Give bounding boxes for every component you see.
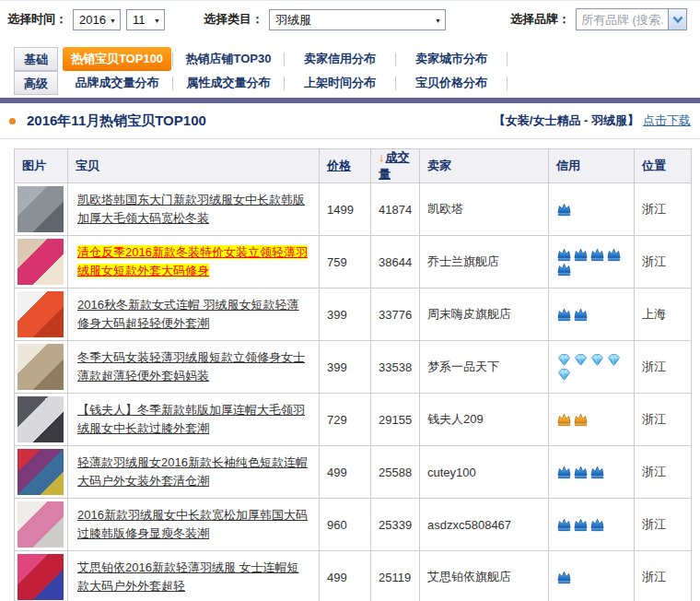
tab-seller-city-distribution[interactable]: 卖家城市分布 bbox=[396, 51, 507, 67]
product-thumbnail[interactable] bbox=[18, 344, 64, 390]
credit-cell bbox=[549, 446, 635, 499]
product-thumbnail[interactable] bbox=[18, 239, 64, 285]
price-cell: 499 bbox=[320, 446, 371, 499]
location-cell: 浙江 bbox=[635, 183, 692, 236]
product-thumbnail[interactable] bbox=[18, 186, 64, 232]
tab-brand-volume-distribution[interactable]: 品牌成交量分布 bbox=[62, 75, 172, 91]
table-row: 艾思铂依2016新款轻薄羽绒服 女士连帽短款大码户外外套超轻 499 25119… bbox=[15, 551, 692, 601]
table-row: 凯欧塔韩国东大门新款羽绒服女中长款韩版加厚大毛领大码宽松冬装 1499 4187… bbox=[15, 183, 692, 236]
credit-cell bbox=[549, 341, 635, 394]
product-title-link[interactable]: 冬季大码女装轻薄羽绒服短款立领修身女士薄款超薄轻便外套妈妈装 bbox=[77, 350, 305, 383]
filter-bar: 选择时间： 2016 ▼ 11 ▼ 选择类目： 羽绒服 ▼ 选择品牌： bbox=[0, 1, 700, 38]
sold-cell: 25339 bbox=[371, 499, 420, 551]
month-select[interactable]: 11 ▼ bbox=[126, 9, 165, 30]
month-select-value: 11 bbox=[133, 13, 146, 27]
page-title: 2016年11月热销宝贝TOP100 bbox=[27, 112, 206, 130]
time-filter-label: 选择时间： bbox=[7, 11, 67, 28]
blue-diamond-icon bbox=[556, 353, 572, 367]
col-seller-header: 卖家 bbox=[420, 149, 549, 183]
blue-crown-icon bbox=[606, 248, 622, 262]
tab-hot-items-top100[interactable]: 热销宝贝TOP100 bbox=[62, 47, 172, 71]
brand-filter-label: 选择品牌： bbox=[510, 11, 570, 28]
blue-diamond-icon bbox=[556, 368, 572, 382]
blue-crown-icon bbox=[556, 308, 572, 322]
tab-bar: 基础 热销宝贝TOP100 热销店铺TOP30 卖家信用分布 卖家城市分布 高级… bbox=[0, 47, 700, 95]
product-thumbnail[interactable] bbox=[18, 501, 64, 548]
category-select[interactable]: 羽绒服 ▼ bbox=[269, 9, 446, 30]
product-title-link[interactable]: 凯欧塔韩国东大门新款羽绒服女中长款韩版加厚大毛领大码宽松冬装 bbox=[77, 193, 305, 225]
brand-dropdown-button[interactable] bbox=[668, 8, 687, 30]
price-cell: 399 bbox=[320, 289, 371, 341]
sort-desc-icon: ↓ bbox=[379, 150, 385, 164]
blue-crown-icon bbox=[556, 263, 572, 277]
year-select[interactable]: 2016 ▼ bbox=[73, 9, 121, 30]
credit-cell bbox=[549, 551, 635, 601]
tab-row-basic: 基础 热销宝贝TOP100 热销店铺TOP30 卖家信用分布 卖家城市分布 bbox=[0, 47, 700, 71]
sold-cell: 29155 bbox=[371, 394, 420, 446]
blue-crown-icon bbox=[556, 518, 572, 532]
product-title-link[interactable]: 艾思铂依2016新款轻薄羽绒服 女士连帽短款大码户外外套超轻 bbox=[77, 560, 299, 593]
product-title-link[interactable]: 【钱夫人】冬季新款韩版加厚连帽大毛领羽绒服女中长款过膝外套潮 bbox=[77, 403, 305, 435]
location-cell: 浙江 bbox=[635, 394, 692, 446]
price-cell: 759 bbox=[320, 236, 371, 289]
category-breadcrumb: 【女装/女士精品 - 羽绒服】 bbox=[494, 112, 639, 129]
location-cell: 浙江 bbox=[635, 236, 692, 289]
tab-group-advanced-label: 高级 bbox=[14, 71, 58, 95]
blue-diamond-icon bbox=[573, 353, 589, 367]
credit-cell bbox=[549, 289, 635, 341]
product-thumbnail[interactable] bbox=[18, 396, 64, 442]
blue-crown-icon bbox=[556, 571, 572, 584]
product-title-link[interactable]: 轻薄款羽绒服女2016新款长袖纯色短款连帽大码户外女装外套清仓潮 bbox=[77, 455, 308, 488]
dropdown-arrow-icon: ▼ bbox=[154, 11, 160, 30]
section-head: 2016年11月热销宝贝TOP100 【女装/女士精品 - 羽绒服】 点击下载 bbox=[0, 103, 700, 139]
brand-combo bbox=[576, 8, 687, 30]
blue-crown-icon bbox=[556, 203, 572, 217]
blue-crown-icon bbox=[556, 465, 572, 479]
table-row: 轻薄款羽绒服女2016新款长袖纯色短款连帽大码户外女装外套清仓潮 499 255… bbox=[15, 446, 692, 499]
seller-cell: cutey100 bbox=[420, 446, 549, 499]
table-row: 冬季大码女装轻薄羽绒服短款立领修身女士薄款超薄轻便外套妈妈装 399 33538… bbox=[15, 341, 692, 394]
bullet-icon bbox=[9, 118, 16, 124]
tab-item-price-distribution[interactable]: 宝贝价格分布 bbox=[396, 75, 507, 91]
blue-crown-icon bbox=[589, 248, 605, 262]
table-header-row: 图片 宝贝 价格 ↓成交量 卖家 信用 位置 bbox=[15, 149, 692, 183]
sold-cell: 25119 bbox=[371, 551, 420, 601]
seller-cell: 凯欧塔 bbox=[420, 183, 549, 236]
blue-crown-icon bbox=[589, 518, 605, 532]
seller-cell: asdzxc5808467 bbox=[420, 499, 549, 551]
category-filter-label: 选择类目： bbox=[204, 11, 263, 28]
seller-cell: 艾思铂依旗舰店 bbox=[420, 551, 549, 601]
product-title-link[interactable]: 2016新款羽绒服女中长款宽松加厚韩国大码过膝韩版修身显瘦冬装潮 bbox=[77, 508, 308, 540]
tab-attribute-volume-distribution[interactable]: 属性成交量分布 bbox=[173, 75, 284, 91]
blue-crown-icon bbox=[573, 465, 589, 479]
sort-by-price-link[interactable]: 价格 bbox=[327, 159, 351, 172]
price-cell: 499 bbox=[320, 551, 371, 601]
tab-listing-time-distribution[interactable]: 上架时间分布 bbox=[285, 75, 395, 91]
product-title-link[interactable]: 清仓反季2016新款冬装特价女装立领轻薄羽绒服女短款外套大码修身 bbox=[77, 245, 308, 277]
chevron-down-icon bbox=[672, 16, 683, 24]
gold-crown-icon bbox=[573, 413, 589, 427]
blue-diamond-icon bbox=[606, 353, 622, 367]
table-row: 【钱夫人】冬季新款韩版加厚连帽大毛领羽绒服女中长款过膝外套潮 729 29155… bbox=[15, 394, 692, 446]
sold-cell: 33776 bbox=[371, 289, 420, 341]
credit-cell bbox=[549, 394, 635, 446]
credit-cell bbox=[549, 236, 635, 289]
brand-search-input[interactable] bbox=[576, 8, 668, 30]
products-table: 图片 宝贝 价格 ↓成交量 卖家 信用 位置 凯欧塔韩国东大门新款羽绒服女中长款… bbox=[14, 148, 692, 601]
tab-seller-credit-distribution[interactable]: 卖家信用分布 bbox=[285, 51, 395, 67]
location-cell: 上海 bbox=[635, 289, 692, 341]
price-cell: 1499 bbox=[320, 183, 371, 236]
tab-separator bbox=[507, 77, 508, 90]
product-thumbnail[interactable] bbox=[18, 554, 64, 600]
col-item-header: 宝贝 bbox=[68, 149, 320, 183]
download-link[interactable]: 点击下载 bbox=[643, 112, 691, 129]
col-image-header: 图片 bbox=[15, 149, 68, 183]
sold-cell: 25588 bbox=[371, 446, 420, 499]
location-cell: 浙江 bbox=[635, 551, 692, 601]
product-thumbnail[interactable] bbox=[18, 291, 64, 337]
tab-hot-shops-top30[interactable]: 热销店铺TOP30 bbox=[173, 51, 284, 67]
product-thumbnail[interactable] bbox=[18, 449, 64, 495]
product-title-link[interactable]: 2016秋冬新款女式连帽 羽绒服女短款轻薄 修身大码超轻轻便外套潮 bbox=[77, 298, 299, 330]
blue-diamond-icon bbox=[589, 353, 605, 367]
sold-cell: 38644 bbox=[371, 236, 420, 289]
